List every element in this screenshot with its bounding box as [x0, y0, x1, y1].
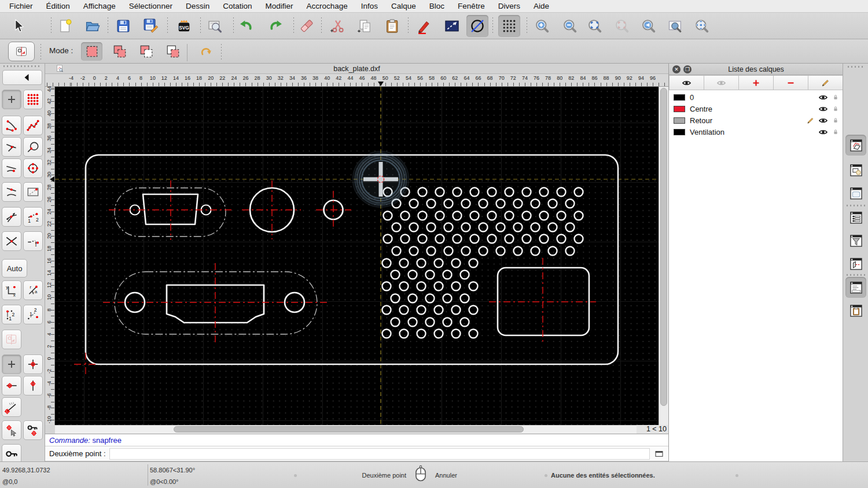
snap-on-entity-button[interactable] — [23, 116, 43, 135]
menu-cotation[interactable]: Cotation — [223, 2, 252, 10]
layer-lock-icon[interactable] — [832, 105, 840, 113]
line-attributes-button[interactable] — [441, 15, 463, 37]
zoom-pan-button[interactable] — [691, 15, 713, 37]
snap-circle-button[interactable] — [23, 137, 43, 157]
zoom-auto-button[interactable] — [584, 15, 606, 37]
open-drawing-button[interactable] — [82, 15, 104, 37]
menu-affichage[interactable]: Affichage — [83, 2, 116, 10]
layer-row-retour[interactable]: Retour — [669, 114, 843, 126]
save-as-button[interactable] — [140, 15, 162, 37]
paste-button[interactable] — [381, 15, 403, 37]
layer-color-swatch[interactable] — [674, 94, 685, 101]
remove-layer-button[interactable] — [774, 75, 808, 90]
mode-new-selection-button[interactable] — [81, 42, 102, 61]
pen-attributes-button[interactable] — [413, 15, 435, 37]
dock-drag-handle[interactable] — [848, 66, 864, 68]
menu-selectionner[interactable]: Sélectionner — [129, 2, 172, 10]
selection-order-button[interactable] — [2, 330, 21, 349]
show-all-layers-button[interactable] — [669, 75, 704, 90]
snap-nearest-button[interactable] — [2, 158, 21, 178]
zoom-out-button[interactable] — [559, 15, 581, 37]
edit-layer-button[interactable] — [808, 75, 843, 90]
snap-middle-button[interactable] — [2, 182, 21, 202]
coord-polar-button[interactable]: ra — [23, 280, 43, 300]
draw-order-button[interactable] — [8, 42, 35, 61]
dock-command-line-button[interactable] — [845, 277, 866, 298]
set-relative-zero-button[interactable] — [2, 420, 21, 440]
menu-divers[interactable]: Divers — [498, 2, 520, 10]
dock-selection-filter-button[interactable] — [845, 230, 866, 251]
mode-intersect-selection-button[interactable] — [162, 42, 183, 61]
restrict-horizontal-button[interactable] — [2, 376, 21, 395]
snap-distance-button[interactable] — [23, 182, 43, 202]
print-preview-button[interactable] — [204, 15, 226, 37]
menu-fenetre[interactable]: Fenêtre — [458, 2, 485, 10]
restrict-orthogonal-button[interactable] — [23, 354, 43, 374]
snap-free-button[interactable] — [2, 90, 21, 109]
zoom-in-button[interactable] — [531, 15, 553, 37]
redo-button[interactable] — [265, 15, 287, 37]
layer-row-ventilation[interactable]: Ventilation — [669, 126, 843, 138]
horizontal-scrollbar[interactable] — [55, 425, 639, 434]
hide-all-layers-button[interactable] — [704, 75, 739, 90]
layer-lock-icon[interactable] — [832, 93, 840, 101]
restrict-vertical-button[interactable] — [23, 376, 43, 395]
pointer-button[interactable] — [8, 15, 30, 37]
copy-button[interactable] — [354, 15, 376, 37]
snap-endpoint-button[interactable] — [2, 116, 21, 135]
layer-visibility-eye-icon[interactable] — [818, 116, 828, 125]
snap-intersection-button[interactable] — [2, 231, 21, 251]
circle-attributes-button[interactable] — [466, 15, 488, 37]
layer-visibility-eye-icon[interactable] — [818, 104, 828, 114]
drawing-tab-title[interactable]: back_plate.dxf — [45, 65, 668, 73]
dock-clipboard-button[interactable] — [845, 300, 866, 321]
snap-auto-button[interactable]: Auto — [2, 259, 27, 278]
lock-relative-zero-button[interactable] — [23, 420, 43, 440]
drawing-canvas[interactable] — [55, 87, 659, 425]
revert-selection-button[interactable] — [194, 42, 216, 61]
relative-polar-button[interactable]: 12 — [23, 305, 43, 324]
snap-intersection-auto-button[interactable] — [2, 207, 21, 227]
mode-subtract-selection-button[interactable] — [135, 42, 157, 61]
vertical-scrollbar-thumb[interactable] — [660, 88, 667, 406]
menu-bloc[interactable]: Bloc — [429, 2, 444, 10]
layer-color-swatch[interactable] — [674, 106, 685, 112]
palette-back-button[interactable] — [2, 70, 42, 85]
dock-entity-list-button[interactable] — [845, 207, 866, 228]
undo-button[interactable] — [235, 15, 257, 37]
new-drawing-button[interactable] — [54, 15, 76, 37]
layer-row-centre[interactable]: Centre — [669, 103, 843, 114]
layer-row-0[interactable]: 0 — [669, 91, 843, 103]
layer-visibility-eye-icon[interactable] — [818, 127, 828, 137]
layer-lock-icon[interactable] — [832, 116, 840, 124]
delete-selected-button[interactable] — [296, 15, 318, 37]
layer-visibility-eye-icon[interactable] — [818, 93, 828, 102]
vertical-scrollbar[interactable] — [659, 87, 668, 425]
dock-section-view-button[interactable] — [845, 253, 866, 274]
palette-drag-handle[interactable] — [3, 65, 41, 67]
save-button[interactable] — [112, 15, 134, 37]
menu-aide[interactable]: Aide — [534, 2, 549, 10]
horizontal-scrollbar-thumb[interactable] — [174, 426, 524, 432]
dock-block-list-button[interactable] — [845, 160, 866, 180]
dock-library-browser-button[interactable] — [845, 183, 866, 204]
snap-grid-button[interactable] — [23, 90, 43, 109]
restrict-angle-button[interactable] — [2, 397, 21, 417]
menu-edition[interactable]: Édition — [46, 2, 70, 10]
menu-accrochage[interactable]: Accrochage — [306, 2, 347, 10]
menu-infos[interactable]: Infos — [361, 2, 378, 10]
restrict-free-button[interactable] — [2, 354, 21, 374]
zoom-selection-button[interactable] — [611, 15, 633, 37]
dock-layer-list-button[interactable] — [845, 135, 866, 156]
add-layer-button[interactable] — [739, 75, 774, 90]
menu-dessin[interactable]: Dessin — [186, 2, 209, 10]
export-svg-button[interactable]: SVG — [173, 15, 195, 37]
relative-zero-key-button[interactable] — [2, 444, 21, 464]
relative-cartesian-button[interactable]: 12 — [2, 305, 21, 324]
grid-toggle-button[interactable] — [498, 15, 520, 37]
menu-fichier[interactable]: Fichier — [9, 2, 33, 10]
zoom-previous-button[interactable] — [638, 15, 660, 37]
command-input[interactable] — [109, 448, 650, 460]
snap-intersection-manual-button[interactable]: 12 — [23, 207, 43, 227]
command-widget-toggle-button[interactable] — [653, 449, 665, 459]
